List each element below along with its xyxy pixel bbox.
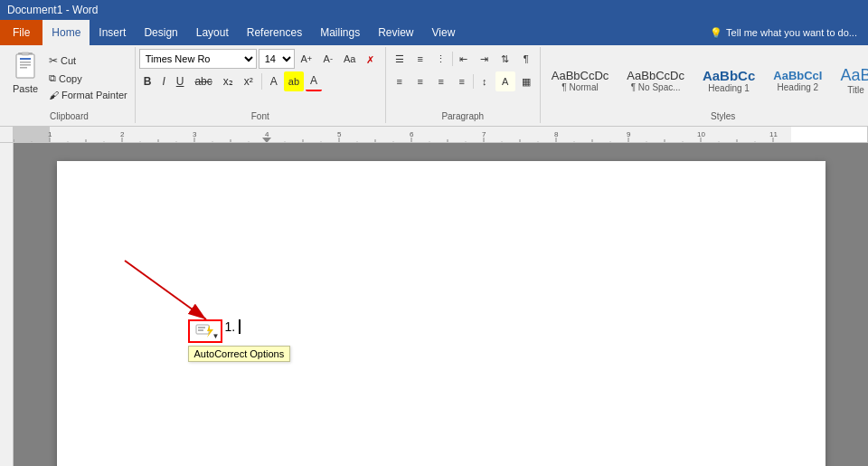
menu-layout[interactable]: Layout	[187, 20, 238, 45]
style-nospace-label: ¶ No Spac...	[631, 82, 681, 92]
style-heading1[interactable]: AaBbCc Heading 1	[695, 64, 762, 97]
highlight-button[interactable]: ab	[284, 71, 304, 91]
document-scroll[interactable]: ▼ AutoCorrect Options 1.	[14, 143, 868, 466]
paragraph-group: ☰ ≡ ⋮ ⇤ ⇥ ⇅ ¶ ≡ ≡ ≡ ≡ ↕ A ▦ Paragraph	[386, 47, 541, 123]
svg-text:10: 10	[697, 130, 705, 138]
menu-home[interactable]: Home	[42, 20, 90, 45]
para-row2: ≡ ≡ ≡ ≡ ↕ A ▦	[390, 71, 536, 91]
font-color-button[interactable]: A	[306, 71, 322, 91]
change-case-button[interactable]: Aa	[340, 49, 360, 69]
cut-label: Cut	[61, 55, 76, 66]
document-page[interactable]: ▼ AutoCorrect Options 1.	[57, 161, 826, 466]
menu-design[interactable]: Design	[135, 20, 186, 45]
menu-view[interactable]: View	[423, 20, 465, 45]
show-marks-button[interactable]: ¶	[516, 49, 536, 69]
svg-rect-2	[20, 58, 31, 60]
clear-formatting-button[interactable]: ✗	[362, 49, 382, 69]
bullet-list-button[interactable]: ☰	[390, 49, 410, 69]
para-row1: ☰ ≡ ⋮ ⇤ ⇥ ⇅ ¶	[390, 49, 536, 69]
menu-references[interactable]: References	[238, 20, 311, 45]
style-heading2[interactable]: AaBbCcI Heading 2	[766, 65, 829, 96]
align-right-button[interactable]: ≡	[431, 71, 451, 91]
style-normal-preview: AaBbCcDc	[552, 69, 609, 82]
autocorrect-dropdown-arrow: ▼	[212, 332, 220, 340]
font-size-select[interactable]: 14	[259, 49, 295, 69]
font-shrink-button[interactable]: A-	[318, 49, 338, 69]
paste-icon	[11, 51, 40, 83]
cut-button[interactable]: ✂ Cut	[45, 52, 131, 69]
italic-button[interactable]: I	[157, 71, 169, 91]
multilevel-list-button[interactable]: ⋮	[431, 49, 451, 69]
font-divider	[261, 73, 262, 90]
clipboard-group: Paste ✂ Cut ⧉ Copy 🖌 Format Painter Clip…	[4, 47, 136, 123]
style-no-spacing[interactable]: AaBbCcDc ¶ No Spac...	[619, 65, 692, 96]
clipboard-actions: ✂ Cut ⧉ Copy 🖌 Format Painter	[45, 49, 131, 102]
style-normal[interactable]: AaBbCcDc ¶ Normal	[544, 65, 617, 96]
copy-button[interactable]: ⧉ Copy	[45, 71, 131, 86]
menu-review[interactable]: Review	[369, 20, 422, 45]
title-bar: Document1 - Word	[0, 0, 868, 20]
superscript-button[interactable]: x²	[240, 71, 258, 91]
format-painter-icon: 🖌	[49, 90, 59, 100]
format-painter-button[interactable]: 🖌 Format Painter	[45, 88, 131, 102]
svg-rect-3	[20, 62, 31, 63]
svg-rect-9	[50, 127, 791, 142]
menu-bar: File Home Insert Design Layout Reference…	[0, 20, 868, 45]
autocorrect-icon-box[interactable]: ▼	[188, 319, 222, 343]
ruler-area: 1 2 3 4 5	[0, 127, 868, 143]
autocorrect-tooltip: AutoCorrect Options	[188, 346, 291, 362]
font-name-select[interactable]: Times New Ro	[139, 49, 257, 69]
para-divider2	[473, 74, 474, 89]
tell-me-box[interactable]: 💡 Tell me what you want to do...	[699, 27, 868, 39]
style-h1-preview: AaBbCc	[703, 68, 755, 83]
numbered-list-button[interactable]: ≡	[410, 49, 430, 69]
borders-button[interactable]: ▦	[516, 71, 536, 91]
style-title[interactable]: AaB Title	[833, 62, 868, 99]
subscript-button[interactable]: x₂	[219, 71, 238, 91]
menu-insert[interactable]: Insert	[90, 20, 135, 45]
decrease-indent-button[interactable]: ⇤	[454, 49, 474, 69]
justify-button[interactable]: ≡	[452, 71, 472, 91]
styles-group: AaBbCcDc ¶ Normal AaBbCcDc ¶ No Spac... …	[541, 47, 868, 123]
align-left-button[interactable]: ≡	[390, 71, 410, 91]
font-group: Times New Ro 14 A+ A- Aa ✗ B I U abc	[136, 47, 386, 123]
document-text-line: 1.	[225, 319, 241, 334]
menu-file[interactable]: File	[0, 20, 42, 45]
ribbon: Paste ✂ Cut ⧉ Copy 🖌 Format Painter Clip…	[0, 45, 868, 127]
paragraph-group-label: Paragraph	[386, 111, 540, 121]
svg-rect-5	[20, 67, 27, 69]
svg-text:9: 9	[627, 130, 631, 138]
style-h2-preview: AaBbCcI	[773, 69, 822, 82]
clipboard-label: Clipboard	[4, 111, 135, 121]
svg-text:8: 8	[554, 130, 559, 138]
shading-button[interactable]: A	[495, 71, 515, 91]
tell-me-text: Tell me what you want to do...	[726, 27, 857, 38]
svg-text:3: 3	[193, 130, 197, 138]
paste-button[interactable]: Paste	[7, 49, 43, 96]
font-grow-button[interactable]: A+	[297, 49, 316, 69]
svg-text:6: 6	[410, 130, 414, 138]
strikethrough-button[interactable]: abc	[190, 71, 216, 91]
sort-button[interactable]: ⇅	[495, 49, 515, 69]
menu-mailings[interactable]: Mailings	[311, 20, 369, 45]
svg-rect-4	[20, 64, 31, 66]
underline-button[interactable]: U	[172, 71, 189, 91]
svg-text:11: 11	[769, 130, 778, 138]
style-h2-label: Heading 2	[778, 82, 819, 92]
styles-row: AaBbCcDc ¶ Normal AaBbCcDc ¶ No Spac... …	[544, 49, 868, 112]
svg-text:7: 7	[482, 130, 486, 138]
style-normal-label: ¶ Normal	[561, 82, 598, 92]
increase-indent-button[interactable]: ⇥	[475, 49, 495, 69]
svg-text:5: 5	[337, 130, 342, 138]
align-center-button[interactable]: ≡	[410, 71, 430, 91]
lightbulb-icon: 💡	[710, 27, 722, 39]
font-row1: Times New Ro 14 A+ A- Aa ✗	[139, 49, 382, 69]
text-cursor	[239, 319, 241, 334]
line-spacing-button[interactable]: ↕	[475, 71, 495, 91]
text-effect-button[interactable]: A	[266, 71, 282, 91]
svg-line-66	[125, 261, 206, 319]
vertical-ruler	[0, 143, 14, 466]
bold-button[interactable]: B	[139, 71, 156, 91]
svg-text:2: 2	[120, 130, 125, 138]
list-number: 1.	[225, 319, 236, 334]
